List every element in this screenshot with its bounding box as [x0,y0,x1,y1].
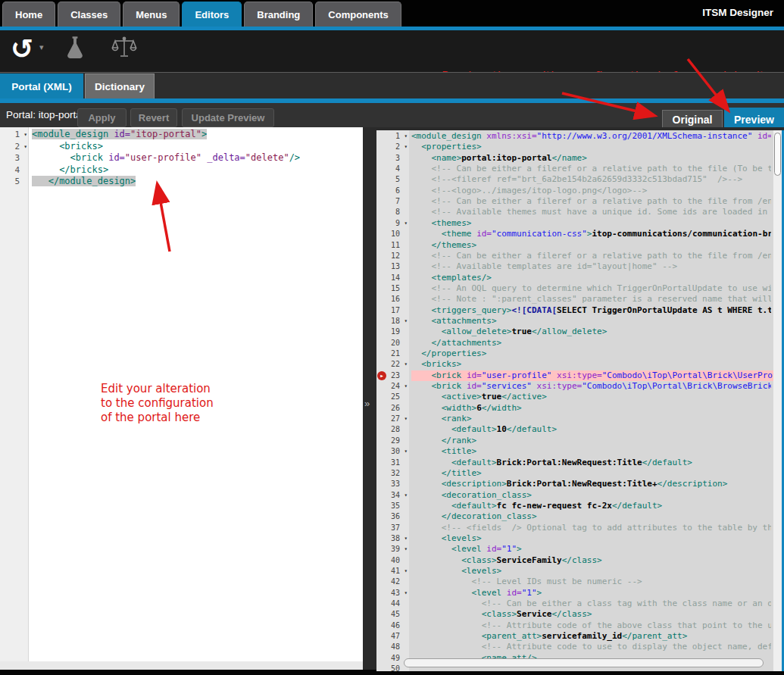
right-gutter-line-41[interactable]: 41▾ [376,566,409,577]
right-code-line-35[interactable]: <default>fc fc-new-request fc-2x</defaul… [411,501,771,511]
fold-caret-icon[interactable]: ▾ [23,129,27,141]
right-gutter-line-9[interactable]: 9▾ [376,218,409,229]
right-code-line-21[interactable]: </properties> [411,348,771,359]
fold-caret-icon[interactable]: ▾ [404,544,408,555]
right-code-line-15[interactable]: <!-- An OQL query to determine which Tri… [411,283,771,294]
fold-caret-icon[interactable]: ▾ [404,316,408,327]
left-code-line-5[interactable]: </module_design> [32,176,363,188]
alteration-xml-editor[interactable]: 1▾2▾345 <module_design id="itop-portal">… [0,127,363,670]
nav-tab-editors[interactable]: Editors [182,2,242,27]
right-code-line-9[interactable]: <themes> [411,218,771,229]
right-code-line-10[interactable]: <theme id="communication-css">itop-commu… [411,229,771,239]
right-code-line-39[interactable]: <level id="1"> [411,544,771,555]
right-code-line-43[interactable]: <level id="1"> [411,588,771,598]
right-code-line-20[interactable]: </attachments> [411,338,771,348]
test-flask-icon[interactable] [64,36,89,61]
right-code-line-27[interactable]: <rank> [411,414,771,424]
left-code-line-4[interactable]: </bricks> [32,164,363,177]
right-code-line-16[interactable]: <!-- Note : ":parent_classes" parameter … [411,294,771,305]
editor-tab-portal-xml-[interactable]: Portal (XML) [0,73,83,98]
fold-caret-icon[interactable]: ▾ [404,381,408,392]
right-gutter-line-30[interactable]: 30▾ [376,446,409,457]
right-gutter-line-24[interactable]: 24▾ [376,381,409,392]
right-gutter-line-18[interactable]: 18▾ [376,316,409,327]
right-code-line-26[interactable]: <width>6</width> [411,403,771,414]
right-code-line-37[interactable]: <!-- <fields /> Optional tag to add attr… [411,523,771,533]
left-editor-hscrollbar[interactable] [0,661,363,670]
right-code-line-34[interactable]: <decoration_class> [411,490,771,501]
right-code-line-1[interactable]: <module_design xmlns:xsi="http://www.w3.… [411,131,771,142]
fold-caret-icon[interactable]: ▾ [404,131,408,142]
right-gutter-line-38[interactable]: 38▾ [376,533,409,544]
right-code-line-19[interactable]: <allow_delete>true</allow_delete> [411,327,771,337]
right-editor-vscroll-track[interactable] [773,130,782,671]
fold-caret-icon[interactable]: ▾ [404,446,408,457]
right-code-line-32[interactable]: </title> [411,468,771,479]
nav-tab-home[interactable]: Home [2,2,55,27]
right-code-line-25[interactable]: <active>true</active> [411,392,771,402]
right-code-line-46[interactable]: <!-- Attribute code of the above class t… [411,620,771,631]
nav-tab-branding[interactable]: Branding [244,2,313,27]
right-code-line-33[interactable]: <description>Brick:Portal:NewRequest:Tit… [411,479,771,489]
right-code-line-22[interactable]: <bricks> [411,359,771,370]
right-gutter-line-2[interactable]: 2▾ [376,142,409,152]
right-code-line-48[interactable]: <!-- Attribute code to use to display th… [411,642,771,652]
right-code-line-17[interactable]: <triggers_query><![CDATA[SELECT TriggerO… [411,305,771,316]
left-code-line-1[interactable]: <module_design id="itop-portal"> [32,129,363,141]
right-code-line-7[interactable]: <!-- Can be either a fileref or a relati… [411,196,771,207]
undo-button[interactable]: ↺ [6,32,38,67]
splitter-handle-icon[interactable]: » [364,398,370,409]
right-gutter-line-43[interactable]: 43▾ [376,588,409,598]
apply-button[interactable]: Apply [77,108,127,127]
editor-tab-dictionary[interactable]: Dictionary [85,73,155,98]
right-code-line-24[interactable]: <brick id="services" xsi:type="Combodo\i… [411,381,771,392]
fold-caret-icon[interactable]: ▾ [404,566,408,577]
right-code-line-31[interactable]: <default>Brick:Portal:NewRequest:Title</… [411,458,771,468]
right-gutter-line-39[interactable]: 39▾ [376,544,409,555]
right-gutter-line-27[interactable]: 27▾ [376,414,409,424]
fold-caret-icon[interactable]: ▾ [23,141,27,153]
right-code-line-44[interactable]: <!-- Can be either a class tag with the … [411,598,771,609]
right-code-line-29[interactable]: </rank> [411,436,771,446]
right-gutter-line-22[interactable]: 22▾ [376,359,409,370]
right-code-line-6[interactable]: <!--<logo>../images/itop-logo.png</logo>… [411,186,771,196]
undo-dropdown-caret-icon[interactable]: ▾ [39,42,44,52]
right-code-line-11[interactable]: </themes> [411,240,771,251]
right-code-line-2[interactable]: <properties> [411,142,771,152]
fold-caret-icon[interactable]: ▾ [404,533,408,544]
right-code-line-18[interactable]: <attachments> [411,316,771,327]
fold-caret-icon[interactable]: ▾ [404,414,408,424]
left-code-line-2[interactable]: <bricks> [32,141,363,153]
right-code-line-45[interactable]: <class>Service</class> [411,609,771,620]
right-code-line-12[interactable]: <!-- Can be either a fileref or a relati… [411,251,771,261]
left-gutter-line-1[interactable]: 1▾ [0,129,28,141]
original-button[interactable]: Original [662,110,723,129]
right-code-line-4[interactable]: <!-- Can be either a fileref or a relati… [411,164,771,174]
right-gutter-line-34[interactable]: 34▾ [376,490,409,501]
right-code-line-42[interactable]: <!-- Level IDs must be numeric --> [411,577,771,587]
nav-tab-menus[interactable]: Menus [123,2,180,27]
right-editor-vscroll-thumb[interactable] [774,133,781,176]
right-code-line-5[interactable]: <!--<fileref ref="brt_6a2be154b2a62659d3… [411,174,771,185]
right-code-line-14[interactable]: <templates/> [411,273,771,283]
right-gutter-line-1[interactable]: 1▾ [376,131,409,142]
right-code-line-38[interactable]: <levels> [411,533,771,544]
right-code-line-3[interactable]: <name>portal:itop-portal</name> [411,153,771,164]
right-code-line-36[interactable]: </decoration_class> [411,511,771,522]
original-xml-viewer[interactable]: 1▾2▾3456789▾101112131415161718▾19202122▾… [376,130,784,671]
right-editor-hscroll-thumb[interactable] [404,658,764,667]
fold-caret-icon[interactable]: ▾ [404,588,408,598]
compare-scales-icon[interactable] [111,36,136,61]
left-gutter-line-2[interactable]: 2▾ [0,141,28,153]
fold-caret-icon[interactable]: ▾ [404,218,408,229]
fold-caret-icon[interactable]: ▾ [404,490,408,501]
right-code-line-30[interactable]: <title> [411,446,771,457]
right-code-line-41[interactable]: <levels> [411,566,771,577]
right-code-line-40[interactable]: <class>ServiceFamily</class> [411,555,771,566]
nav-tab-classes[interactable]: Classes [58,2,120,27]
revert-button[interactable]: Revert [130,108,177,127]
left-code-line-3[interactable]: <brick id="user-profile" _delta="delete"… [32,152,363,164]
update-preview-button[interactable]: Update Preview [182,108,274,127]
fold-caret-icon[interactable]: ▾ [404,142,408,152]
right-code-line-8[interactable]: <!-- Available themes must have a unique… [411,207,771,217]
